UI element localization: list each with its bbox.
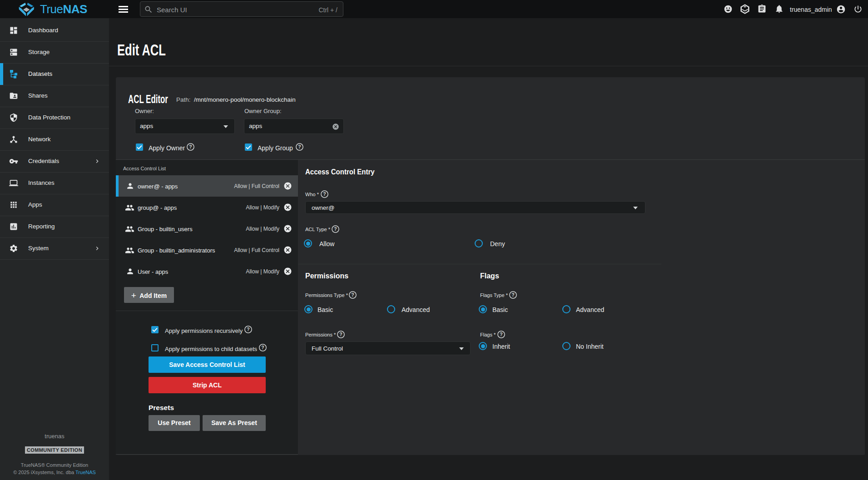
- svg-text:?: ?: [261, 345, 264, 350]
- svg-text:?: ?: [511, 292, 514, 297]
- svg-text:?: ?: [298, 144, 301, 149]
- svg-text:?: ?: [247, 327, 249, 332]
- svg-text:?: ?: [189, 144, 192, 149]
- svg-text:?: ?: [323, 191, 326, 197]
- svg-text:?: ?: [339, 332, 342, 337]
- svg-text:?: ?: [334, 226, 337, 232]
- svg-text:?: ?: [500, 332, 502, 337]
- svg-text:?: ?: [351, 292, 354, 297]
